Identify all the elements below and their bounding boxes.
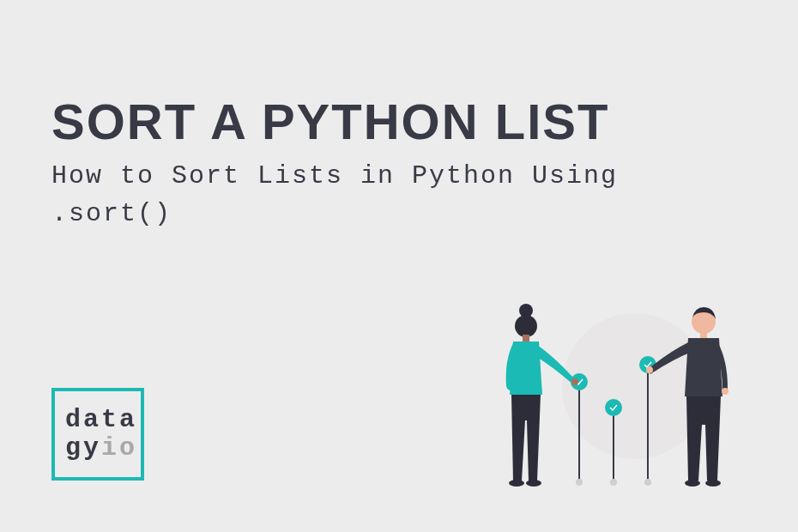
- svg-rect-12: [523, 335, 529, 342]
- datagy-logo: data gyio: [51, 388, 144, 481]
- svg-point-15: [526, 480, 541, 487]
- svg-point-19: [722, 388, 728, 395]
- logo-text-gy: gy: [65, 433, 101, 462]
- logo-text-data: data: [65, 405, 137, 434]
- svg-point-13: [571, 378, 578, 385]
- svg-point-11: [515, 315, 537, 337]
- svg-point-6: [610, 479, 617, 486]
- svg-point-9: [644, 479, 651, 486]
- page-title: SORT A PYTHON LIST: [51, 93, 609, 150]
- svg-point-14: [509, 480, 524, 487]
- logo-text-io: io: [101, 433, 137, 462]
- people-illustration: [463, 257, 755, 498]
- svg-point-20: [685, 480, 700, 487]
- page-subtitle: How to Sort Lists in Python Using .sort(…: [51, 158, 652, 233]
- svg-point-18: [646, 366, 653, 373]
- svg-point-5: [605, 399, 622, 416]
- svg-point-3: [576, 479, 583, 486]
- svg-point-21: [705, 480, 721, 487]
- svg-rect-17: [700, 331, 707, 338]
